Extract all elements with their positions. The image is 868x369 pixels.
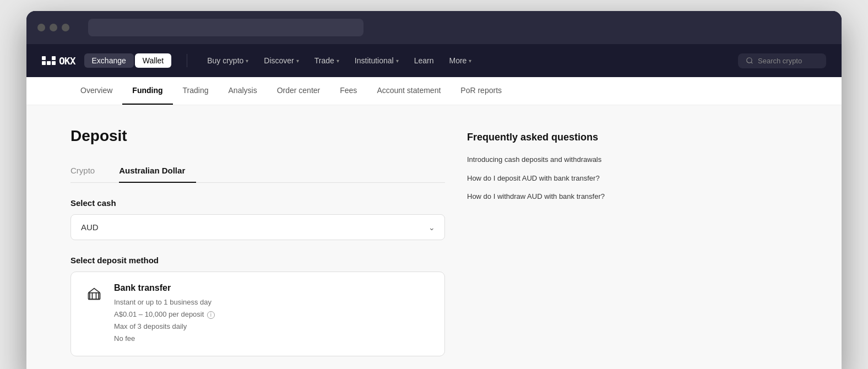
- exchange-button[interactable]: Exchange: [84, 53, 134, 68]
- nav-discover[interactable]: Discover ▾: [257, 53, 305, 68]
- svg-point-0: [747, 58, 752, 63]
- nav-more[interactable]: More ▾: [443, 53, 479, 68]
- browser-content: OKX Exchange Wallet Buy crypto ▾ Discove…: [26, 44, 842, 369]
- browser-chrome: [26, 11, 842, 44]
- deposit-method-label: Select deposit method: [70, 256, 445, 265]
- browser-window: OKX Exchange Wallet Buy crypto ▾ Discove…: [26, 11, 842, 369]
- traffic-light-minimize[interactable]: [50, 24, 57, 31]
- subnav-trading[interactable]: Trading: [173, 77, 219, 105]
- chevron-down-icon: ▾: [246, 58, 248, 64]
- currency-select-wrapper: AUD ⌄: [70, 214, 445, 240]
- chevron-down-icon: ▾: [296, 58, 299, 64]
- logo-sq-3: [52, 56, 56, 60]
- deposit-tabs: Crypto Australian Dollar: [70, 160, 445, 183]
- subnav-account-statement[interactable]: Account statement: [367, 77, 451, 105]
- method-line-4: No fee: [114, 333, 215, 345]
- content-area: Deposit Crypto Australian Dollar Select …: [70, 127, 445, 356]
- page-title: Deposit: [70, 127, 445, 145]
- logo-sq-1: [42, 56, 46, 60]
- nav-trade[interactable]: Trade ▾: [308, 53, 346, 68]
- address-bar[interactable]: [88, 19, 364, 36]
- subnav: Overview Funding Trading Analysis Order …: [26, 77, 842, 105]
- info-icon[interactable]: i: [207, 311, 215, 319]
- okx-logo: OKX: [42, 55, 75, 67]
- subnav-por-reports[interactable]: PoR reports: [451, 77, 512, 105]
- faq-area: Frequently asked questions Introducing c…: [467, 127, 621, 356]
- bank-transfer-card[interactable]: Bank transfer Instant or up to 1 busines…: [70, 272, 445, 356]
- method-details: Bank transfer Instant or up to 1 busines…: [114, 283, 215, 345]
- method-info: Instant or up to 1 business day A$0.01 –…: [114, 296, 215, 345]
- subnav-overview[interactable]: Overview: [70, 77, 122, 105]
- nav-learn[interactable]: Learn: [408, 53, 441, 68]
- navbar: OKX Exchange Wallet Buy crypto ▾ Discove…: [26, 44, 842, 77]
- subnav-analysis[interactable]: Analysis: [219, 77, 267, 105]
- subnav-fees[interactable]: Fees: [330, 77, 367, 105]
- wallet-button[interactable]: Wallet: [135, 53, 171, 68]
- faq-title: Frequently asked questions: [467, 132, 621, 143]
- svg-line-1: [751, 62, 753, 64]
- method-title: Bank transfer: [114, 283, 215, 293]
- traffic-lights: [37, 24, 69, 31]
- nav-buy-crypto[interactable]: Buy crypto ▾: [200, 53, 255, 68]
- bank-building-icon: [86, 286, 102, 302]
- faq-item-1[interactable]: Introducing cash deposits and withdrawal…: [467, 154, 621, 165]
- deposit-tab-crypto[interactable]: Crypto: [70, 160, 106, 183]
- chevron-down-icon: ▾: [337, 58, 339, 64]
- method-line-3: Max of 3 deposits daily: [114, 321, 215, 333]
- deposit-method-section: Select deposit method: [70, 256, 445, 356]
- search-icon: [746, 57, 753, 64]
- nav-items: Buy crypto ▾ Discover ▾ Trade ▾ Institut…: [200, 53, 729, 68]
- main-content: Deposit Crypto Australian Dollar Select …: [26, 105, 842, 369]
- nav-divider: [187, 54, 187, 67]
- subnav-funding[interactable]: Funding: [122, 77, 172, 105]
- deposit-tab-aud[interactable]: Australian Dollar: [119, 160, 196, 183]
- currency-select[interactable]: AUD: [70, 214, 445, 240]
- chevron-down-icon: ▾: [469, 58, 471, 64]
- logo-squares: [42, 56, 56, 65]
- method-line-2: A$0.01 – 10,000 per deposit i: [114, 308, 215, 321]
- faq-item-2[interactable]: How do I deposit AUD with bank transfer?: [467, 173, 621, 184]
- logo-sq-5: [47, 61, 51, 65]
- logo-label: OKX: [59, 55, 75, 67]
- nav-institutional[interactable]: Institutional ▾: [348, 53, 405, 68]
- chevron-down-icon: ▾: [396, 58, 399, 64]
- traffic-light-maximize[interactable]: [62, 24, 69, 31]
- nav-switch-buttons: Exchange Wallet: [84, 53, 172, 68]
- logo-sq-6: [52, 61, 56, 65]
- select-cash-section: Select cash AUD ⌄: [70, 198, 445, 240]
- faq-item-3[interactable]: How do I withdraw AUD with bank transfer…: [467, 191, 621, 202]
- search-box[interactable]: Search crypto: [738, 53, 826, 68]
- subnav-order-center[interactable]: Order center: [267, 77, 330, 105]
- logo-sq-4: [42, 61, 46, 65]
- search-placeholder: Search crypto: [758, 57, 802, 65]
- select-cash-label: Select cash: [70, 198, 445, 208]
- traffic-light-close[interactable]: [37, 24, 45, 31]
- bank-icon: [84, 284, 104, 304]
- logo-sq-2: [47, 56, 51, 60]
- method-line-1: Instant or up to 1 business day: [114, 296, 215, 308]
